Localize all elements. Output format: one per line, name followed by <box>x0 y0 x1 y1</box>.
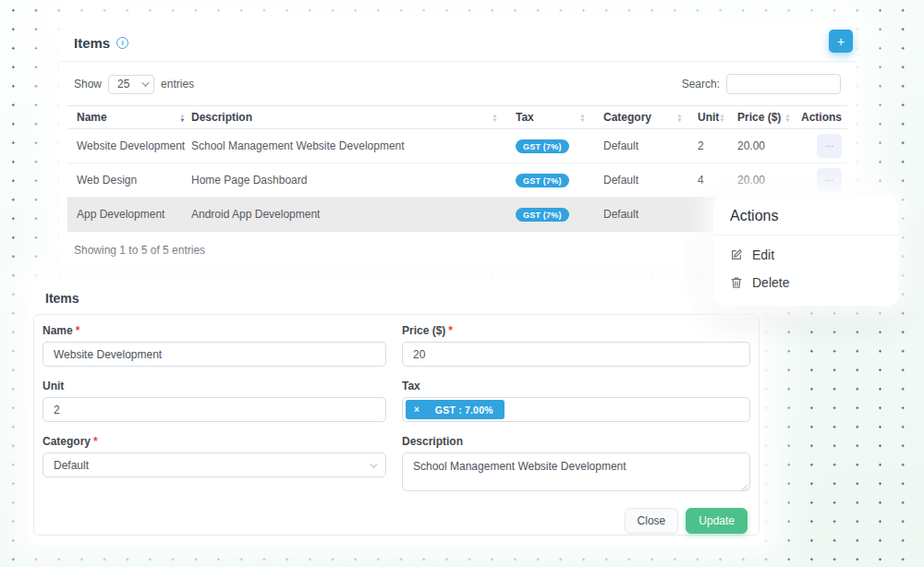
close-button[interactable]: Close <box>625 508 679 534</box>
label-text: Description <box>402 435 463 448</box>
column-header-actions: Actions <box>796 111 847 124</box>
show-label: Show <box>74 78 102 90</box>
modal-header: Items ✕ <box>30 281 763 314</box>
cell-price: 20.00 <box>731 139 796 152</box>
trash-icon <box>730 276 743 289</box>
chip-remove-icon[interactable]: × <box>406 404 428 415</box>
column-label: Category <box>603 111 651 124</box>
row-actions-button[interactable]: ... <box>817 134 842 158</box>
entries-label: entries <box>161 78 194 90</box>
row-actions-button[interactable]: ... <box>817 168 842 192</box>
table-row[interactable]: Web Design Home Page Dashboard GST (7%) … <box>67 163 847 198</box>
column-header-name[interactable]: Name ▴▾ <box>67 111 191 124</box>
cell-tax: GST (7%) <box>504 139 591 153</box>
required-asterisk: * <box>448 324 453 337</box>
column-header-tax[interactable]: Tax ▴▾ <box>504 111 591 124</box>
sort-icon: ▴▾ <box>493 113 496 122</box>
column-header-price[interactable]: Price ($) ▴▾ <box>731 111 796 124</box>
column-label: Price ($) <box>737 111 781 124</box>
table-controls: Show 25 entries Search: <box>74 74 841 94</box>
actions-popup-title: Actions <box>713 196 898 235</box>
cell-category: Default <box>591 139 688 152</box>
menu-item-edit[interactable]: Edit <box>713 241 898 269</box>
tax-badge: GST (7%) <box>516 139 569 153</box>
field-tax: Tax × GST : 7.00% <box>402 380 750 422</box>
column-label: Tax <box>516 111 534 124</box>
cell-tax: GST (7%) <box>504 174 591 187</box>
cell-name: Website Development <box>67 139 191 152</box>
column-header-category[interactable]: Category ▴▾ <box>591 111 688 124</box>
field-label: Description <box>402 435 750 448</box>
sort-icon: ▴▾ <box>678 113 681 122</box>
category-select-value: Default <box>54 459 89 472</box>
label-text: Unit <box>43 380 64 392</box>
column-header-unit[interactable]: Unit ▴▾ <box>688 111 731 124</box>
cell-actions: ... <box>796 134 847 158</box>
label-text: Tax <box>402 380 420 392</box>
label-text: Category <box>43 435 91 448</box>
update-button[interactable]: Update <box>686 508 748 534</box>
actions-popup: Actions Edit Delete <box>713 196 898 306</box>
column-header-description[interactable]: Description ▴▾ <box>191 111 504 124</box>
info-icon[interactable]: i <box>116 37 128 49</box>
modal-title: Items <box>45 291 79 306</box>
textarea-wrap: School Management Website Development <box>402 452 750 495</box>
cell-unit: 4 <box>688 174 731 187</box>
field-price: Price ($) * <box>402 324 750 367</box>
add-item-button[interactable]: + <box>829 30 853 53</box>
sort-icon: ▴▾ <box>581 113 584 122</box>
column-label: Unit <box>698 111 719 124</box>
name-input[interactable] <box>43 342 386 367</box>
modal-body: Name * Price ($) * Unit <box>33 314 760 536</box>
field-description: Description School Management Website De… <box>402 435 750 495</box>
category-select[interactable]: Default <box>43 452 386 477</box>
tax-multiselect[interactable]: × GST : 7.00% <box>402 397 750 422</box>
plus-icon: + <box>837 35 845 48</box>
field-category: Category * Default <box>43 435 386 495</box>
field-label: Tax <box>402 380 750 392</box>
field-label: Category * <box>43 435 386 448</box>
search-input[interactable] <box>726 74 841 94</box>
entries-select[interactable]: 25 <box>108 75 154 94</box>
tax-badge: GST (7%) <box>516 208 569 222</box>
search-label: Search: <box>682 78 720 90</box>
column-label: Description <box>191 111 252 124</box>
price-input[interactable] <box>402 342 750 367</box>
cell-description: Android App Development <box>191 208 504 221</box>
menu-item-delete[interactable]: Delete <box>713 269 898 296</box>
sort-icon: ▴▾ <box>721 113 723 122</box>
cell-description: School Management Website Development <box>191 139 504 152</box>
entries-select-value: 25 <box>117 78 129 90</box>
tax-badge: GST (7%) <box>516 174 569 187</box>
description-textarea[interactable]: School Management Website Development <box>402 452 750 491</box>
field-label: Name * <box>43 324 386 337</box>
page-size-control: Show 25 entries <box>74 75 194 94</box>
search-control: Search: <box>682 74 841 94</box>
cell-actions: ... <box>796 168 847 192</box>
menu-item-label: Delete <box>752 275 789 290</box>
cell-category: Default <box>591 174 688 187</box>
chip-label: GST : 7.00% <box>428 404 505 416</box>
card-header: Items i <box>59 23 856 62</box>
table-row[interactable]: Website Development School Management We… <box>67 129 847 163</box>
sort-icon: ▴▾ <box>786 113 789 122</box>
chevron-down-icon <box>141 78 149 86</box>
cell-tax: GST (7%) <box>504 208 591 222</box>
item-edit-modal: Items ✕ Name * Price ($) * Unit <box>30 281 763 545</box>
cell-name: Web Design <box>67 174 191 187</box>
field-label: Unit <box>43 380 386 392</box>
edit-pencil-icon <box>730 248 743 261</box>
unit-input[interactable] <box>43 397 386 422</box>
label-text: Name <box>43 324 73 337</box>
tax-chip: × GST : 7.00% <box>406 400 505 419</box>
field-name: Name * <box>43 324 386 367</box>
field-label: Price ($) * <box>402 324 750 337</box>
actions-popup-items: Edit Delete <box>713 235 898 296</box>
field-unit: Unit <box>43 380 386 422</box>
sort-icon: ▴▾ <box>181 113 184 122</box>
table-header-row: Name ▴▾ Description ▴▾ Tax ▴▾ Category ▴… <box>67 105 847 129</box>
cell-name: App Development <box>67 208 191 221</box>
modal-footer: Close Update <box>43 508 750 536</box>
card-title: Items <box>74 35 110 51</box>
cell-description: Home Page Dashboard <box>191 174 504 187</box>
